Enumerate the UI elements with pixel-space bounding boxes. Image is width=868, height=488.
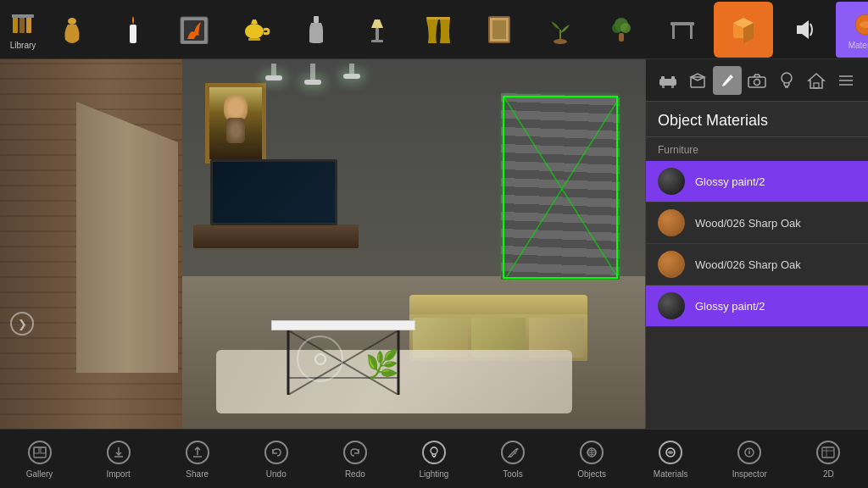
material-name-1: Glossy paint/2: [695, 175, 765, 188]
svg-rect-22: [672, 25, 675, 39]
undo-label: Undo: [266, 469, 287, 479]
toolbar-item-painting[interactable]: [470, 2, 529, 58]
materials-top-icon: [849, 8, 868, 41]
undo-icon: [263, 439, 290, 466]
bottle-icon: [300, 14, 332, 46]
nav-inner-circle: [314, 353, 326, 365]
nav-circle[interactable]: [297, 336, 343, 382]
redo-icon: [342, 439, 369, 466]
bottom-objects[interactable]: Objects: [558, 431, 626, 487]
materials-bottom-label: Materials: [654, 469, 688, 479]
svg-rect-11: [376, 28, 379, 40]
room-scene: 🌿 ❯: [0, 59, 645, 429]
panel-icon-box[interactable]: [683, 66, 712, 95]
table-icon: [666, 14, 698, 46]
bottom-2d[interactable]: 2D: [794, 431, 862, 487]
expand-button[interactable]: ❯: [10, 312, 34, 336]
svg-rect-39: [662, 86, 665, 88]
bottom-share[interactable]: Share: [164, 431, 231, 487]
toolbar-library[interactable]: Library: [7, 2, 39, 58]
material-item-4[interactable]: Glossy paint/2: [646, 286, 868, 327]
stair-face: [76, 102, 178, 373]
tools-icon: [499, 439, 526, 466]
bottom-lighting[interactable]: Lighting: [400, 431, 468, 487]
tv: [210, 159, 337, 225]
material-thumb-4: [658, 292, 685, 319]
svg-rect-0: [13, 16, 18, 33]
bottom-tools[interactable]: Tools: [479, 431, 547, 487]
svg-rect-3: [12, 14, 34, 18]
plant2-icon: [605, 14, 637, 46]
material-item-1[interactable]: Glossy paint/2: [646, 161, 868, 202]
bottom-inspector[interactable]: Inspector: [715, 431, 783, 487]
top-tool-items: Materials: [42, 2, 868, 58]
toolbar-item-bottle[interactable]: [287, 2, 346, 58]
svg-marker-27: [797, 20, 809, 39]
material-item-2[interactable]: Wood/026 Sharp Oak: [646, 202, 868, 244]
toolbar-item-plant2[interactable]: [592, 2, 651, 58]
panel-icon-home[interactable]: [802, 66, 831, 95]
svg-point-66: [748, 449, 750, 451]
toolbar-item-lamp[interactable]: [348, 2, 407, 58]
toolbar-item-curtain[interactable]: [409, 2, 468, 58]
lighting-icon: [420, 439, 448, 466]
gallery-label: Gallery: [26, 469, 53, 479]
toolbar-item-vase[interactable]: [42, 2, 102, 58]
panel-icon-bulb[interactable]: [772, 66, 801, 95]
lighting-label: Lighting: [419, 469, 448, 479]
toolbar-item-speaker[interactable]: [775, 2, 834, 58]
material-item-3[interactable]: Wood/026 Sharp Oak: [646, 244, 868, 286]
svg-point-56: [431, 447, 437, 454]
toolbar-item-box[interactable]: [714, 2, 773, 58]
speaker-icon: [788, 14, 821, 46]
toolbar-item-table[interactable]: [653, 2, 712, 58]
svg-point-16: [554, 39, 567, 44]
light-rod-1: [271, 64, 276, 80]
svg-rect-5: [130, 25, 136, 43]
panel-icon-camera[interactable]: [743, 66, 771, 95]
toolbar-item-plant1[interactable]: [531, 2, 590, 58]
toolbar-materials[interactable]: Materials: [836, 2, 868, 58]
tv-stand: [193, 225, 359, 248]
toolbar-item-teapot[interactable]: [225, 2, 285, 58]
main-content: 🌿 ❯: [0, 59, 868, 429]
panel-icon-sofa[interactable]: [654, 66, 682, 95]
bottom-materials[interactable]: Materials: [637, 431, 704, 487]
teapot-icon: [239, 14, 271, 46]
panel-icon-list[interactable]: [832, 66, 860, 95]
inspector-icon: [736, 439, 763, 466]
svg-rect-49: [814, 83, 819, 88]
svg-rect-53: [34, 447, 46, 458]
selection-box: [503, 96, 618, 279]
panel-icon-pencil[interactable]: [713, 66, 742, 95]
bottom-import[interactable]: Import: [85, 431, 153, 487]
bottom-undo[interactable]: Undo: [242, 431, 310, 487]
section-label: Furniture: [646, 137, 868, 161]
bottom-redo[interactable]: Redo: [321, 431, 389, 487]
light-rod-2: [310, 64, 315, 85]
svg-rect-2: [26, 16, 31, 33]
inspector-label: Inspector: [732, 469, 767, 479]
svg-point-46: [782, 73, 792, 83]
objects-icon: [578, 439, 605, 466]
material-thumb-2: [658, 209, 685, 236]
toolbar-item-fireplace[interactable]: [164, 2, 224, 58]
svg-point-8: [245, 24, 264, 39]
svg-marker-48: [809, 74, 824, 88]
light-head-1: [265, 75, 282, 80]
library-label: Library: [10, 41, 36, 50]
ceiling-lights: [271, 64, 354, 85]
curtain-icon: [422, 14, 454, 46]
redo-label: Redo: [345, 469, 365, 479]
svg-point-45: [754, 79, 760, 85]
bottom-gallery[interactable]: Gallery: [6, 431, 74, 487]
light-head-2: [304, 80, 321, 85]
tools-label: Tools: [503, 469, 522, 479]
library-icon: [7, 8, 39, 41]
svg-rect-1: [19, 16, 25, 33]
painting-icon: [483, 14, 515, 46]
materials-list: Furniture Glossy paint/2 Wood/026 Sharp …: [646, 137, 868, 429]
materials-bottom-icon: [657, 439, 684, 466]
viewport[interactable]: 🌿 ❯: [0, 59, 645, 429]
toolbar-item-candle[interactable]: [103, 2, 163, 58]
